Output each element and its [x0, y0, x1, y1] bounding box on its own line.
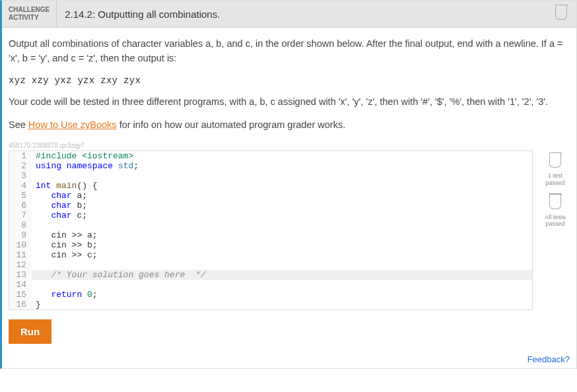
line-number: 16 [9, 300, 32, 310]
code-line[interactable]: 8 [9, 220, 532, 230]
code-editor[interactable]: 1#include <iostream>2using namespace std… [9, 150, 533, 310]
run-button[interactable]: Run [9, 319, 51, 344]
code-content[interactable] [32, 171, 41, 181]
sample-output: xyz xzy yxz yzx zxy zyx [9, 75, 570, 86]
code-line[interactable]: 5 char a; [9, 191, 532, 201]
code-content[interactable]: cin >> b; [32, 240, 98, 250]
line-number: 2 [9, 161, 32, 171]
code-line[interactable]: 15 return 0; [9, 290, 532, 300]
line-number: 3 [9, 171, 32, 181]
code-line[interactable]: 12 [9, 260, 532, 270]
code-content[interactable]: cin >> a; [32, 230, 98, 240]
line-number: 8 [9, 220, 32, 230]
line-number: 1 [9, 151, 32, 161]
code-line[interactable]: 1#include <iostream> [9, 151, 532, 161]
challenge-badge: CHALLENGE ACTIVITY [2, 1, 57, 27]
code-line[interactable]: 9 cin >> a; [9, 230, 532, 240]
instruction-p1: Output all combinations of character var… [9, 37, 570, 66]
code-line[interactable]: 11 cin >> c; [9, 250, 532, 260]
code-content[interactable]: char a; [32, 191, 87, 201]
line-number: 14 [9, 280, 32, 290]
activity-id: 458170.2368878.qx3zqy7 [9, 142, 570, 149]
shield-icon [549, 195, 561, 209]
status-all-label: All testspassed [541, 214, 570, 228]
content-area: Output all combinations of character var… [2, 28, 576, 350]
instruction-p3: See How to Use zyBooks for info on how o… [9, 118, 570, 133]
badge-line1: CHALLENGE [9, 6, 50, 13]
activity-title: 2.14.2: Outputting all combinations. [57, 3, 555, 25]
code-line[interactable]: 13 /* Your solution goes here */ [9, 270, 532, 280]
p3-prefix: See [9, 119, 28, 130]
code-line[interactable]: 7 char c; [9, 211, 532, 220]
code-content[interactable]: int main() { [32, 181, 98, 191]
code-line[interactable]: 2using namespace std; [9, 161, 532, 171]
p3-suffix: for info on how our automated program gr… [117, 119, 346, 130]
code-line[interactable]: 3 [9, 171, 532, 181]
code-content[interactable]: /* Your solution goes here */ [32, 270, 205, 280]
code-content[interactable]: char c; [32, 211, 87, 220]
badge-line2: ACTIVITY [9, 14, 39, 21]
code-content[interactable]: #include <iostream> [32, 151, 133, 161]
line-number: 11 [9, 250, 32, 260]
line-number: 13 [9, 270, 32, 280]
line-number: 15 [9, 290, 32, 300]
status-column: 1 testpassed All testspassed [541, 150, 570, 236]
line-number: 4 [9, 181, 32, 191]
code-content[interactable] [32, 280, 41, 290]
code-content[interactable]: using namespace std; [32, 161, 139, 171]
status-all-tests: All testspassed [541, 195, 570, 228]
line-number: 12 [9, 260, 32, 270]
code-content[interactable]: return 0; [32, 290, 98, 300]
code-line[interactable]: 6 char b; [9, 201, 532, 211]
code-line[interactable]: 10 cin >> b; [9, 240, 532, 250]
code-content[interactable]: char b; [32, 201, 87, 211]
code-content[interactable] [32, 260, 41, 270]
code-content[interactable]: } [32, 300, 41, 310]
editor-area: 1#include <iostream>2using namespace std… [9, 150, 570, 310]
code-line[interactable]: 16} [9, 300, 532, 310]
line-number: 5 [9, 191, 32, 201]
header-bar: CHALLENGE ACTIVITY 2.14.2: Outputting al… [2, 1, 576, 28]
code-line[interactable]: 14 [9, 280, 532, 290]
shield-icon [549, 153, 561, 168]
code-content[interactable] [32, 220, 41, 230]
code-content[interactable]: cin >> c; [32, 250, 98, 260]
howto-link[interactable]: How to Use zyBooks [28, 119, 117, 130]
bookmark-icon[interactable] [555, 5, 567, 22]
challenge-container: CHALLENGE ACTIVITY 2.14.2: Outputting al… [0, 0, 577, 369]
instruction-p2: Your code will be tested in three differ… [9, 95, 570, 110]
status-one-label: 1 testpassed [541, 172, 570, 187]
status-one-test: 1 testpassed [541, 153, 570, 187]
line-number: 7 [9, 211, 32, 220]
line-number: 6 [9, 201, 32, 211]
feedback-link[interactable]: Feedback? [2, 350, 576, 368]
line-number: 9 [9, 230, 32, 240]
code-line[interactable]: 4int main() { [9, 181, 532, 191]
line-number: 10 [9, 240, 32, 250]
